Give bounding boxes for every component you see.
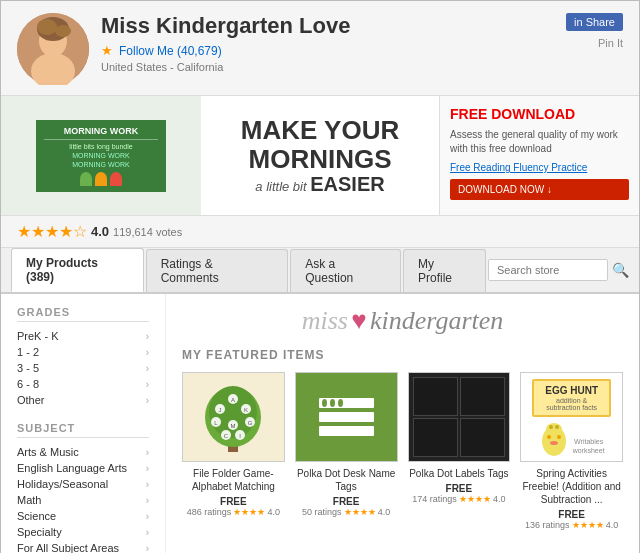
morning-work-sub: little bits long bundle [44, 143, 158, 150]
free-download-desc: Assess the general quality of my work wi… [450, 128, 629, 156]
sidebar-item-ela[interactable]: English Language Arts › [17, 460, 149, 476]
item-free-3: FREE [446, 483, 473, 494]
svg-point-5 [55, 25, 71, 37]
store-logo: miss ♥ kindergarten [182, 306, 623, 336]
egg-thumb: EGG HUNT addition & subtraction facts [521, 373, 622, 461]
subject-title: SUBJECT [17, 422, 149, 438]
item-ratings-2: 50 ratings ★★★★ 4.0 [302, 507, 390, 517]
sidebar-item-prek[interactable]: PreK - K › [17, 328, 149, 344]
sidebar-item-arts[interactable]: Arts & Music › [17, 444, 149, 460]
tagline-text: MAKE YOUR MORNINGS a little bit EASIER [241, 116, 399, 195]
sidebar-item-all-subjects[interactable]: For All Subject Areas › [17, 540, 149, 553]
stars-score: 4.0 [91, 224, 109, 239]
tab-my-profile[interactable]: My Profile [403, 249, 486, 292]
banner: MORNING WORK little bits long bundle MOR… [1, 96, 639, 216]
item-card-2[interactable]: Polka Dot Desk Name Tags FREE 50 ratings… [295, 372, 398, 530]
sidebar-section-subject: SUBJECT Arts & Music › English Language … [17, 422, 149, 553]
star-icon: ★ [101, 43, 113, 58]
chevron-right-icon: › [146, 447, 149, 458]
item-title-3: Polka Dot Labels Tags [409, 467, 508, 480]
chevron-right-icon: › [146, 495, 149, 506]
item-card-4[interactable]: EGG HUNT addition & subtraction facts [520, 372, 623, 530]
tagline-line2: MORNINGS [241, 145, 399, 174]
pin-it-button[interactable]: Pin It [598, 37, 623, 49]
item-title-4: Spring Activities Freebie! (Addition and… [520, 467, 623, 506]
item-thumb-4: EGG HUNT addition & subtraction facts [520, 372, 623, 462]
grades-title: GRADES [17, 306, 149, 322]
sidebar: GRADES PreK - K › 1 - 2 › 3 - 5 › 6 - 8 … [1, 294, 166, 553]
svg-point-29 [546, 423, 562, 435]
chevron-right-icon: › [146, 395, 149, 406]
svg-point-26 [547, 435, 551, 439]
tab-ratings[interactable]: Ratings & Comments [146, 249, 289, 292]
featured-title: MY FEATURED ITEMS [182, 348, 623, 362]
item-ratings-3: 174 ratings ★★★★ 4.0 [412, 494, 505, 504]
svg-point-4 [37, 19, 57, 35]
morning-work-repeat2: MORNING WORK [44, 161, 158, 168]
tagline-line1: MAKE YOUR [241, 116, 399, 145]
item-card-1[interactable]: A J K L M G [182, 372, 285, 530]
header-right: in Share Pin It [566, 13, 623, 49]
sidebar-item-math[interactable]: Math › [17, 492, 149, 508]
svg-text:K: K [244, 407, 248, 413]
sidebar-item-6-8[interactable]: 6 - 8 › [17, 376, 149, 392]
svg-text:G: G [248, 420, 253, 426]
tab-ask-question[interactable]: Ask a Question [290, 249, 401, 292]
svg-text:M: M [231, 423, 236, 429]
sidebar-item-other[interactable]: Other › [17, 392, 149, 408]
chevron-right-icon: › [146, 331, 149, 342]
chevron-right-icon: › [146, 543, 149, 554]
sidebar-item-holidays[interactable]: Holidays/Seasonal › [17, 476, 149, 492]
svg-point-28 [550, 441, 558, 445]
share-button[interactable]: in Share [566, 13, 623, 31]
tree-thumb: A J K L M G [183, 373, 284, 461]
sidebar-item-science[interactable]: Science › [17, 508, 149, 524]
item-ratings-1: 486 ratings ★★★★ 4.0 [187, 507, 280, 517]
item-free-4: FREE [558, 509, 585, 520]
labels-thumb [409, 373, 510, 461]
morning-work-box: MORNING WORK little bits long bundle MOR… [36, 120, 166, 192]
item-ratings-4: 136 ratings ★★★★ 4.0 [525, 520, 618, 530]
store-logo-heart: ♥ [351, 306, 366, 335]
header-location: United States - California [101, 61, 554, 73]
tab-my-products[interactable]: My Products (389) [11, 248, 144, 292]
free-download-link[interactable]: Free Reading Fluency Practice [450, 162, 629, 173]
svg-text:A: A [231, 397, 235, 403]
banner-free-download: FREE DOWNLOAD Assess the general quality… [439, 96, 639, 215]
svg-point-30 [549, 425, 553, 429]
item-thumb-2 [295, 372, 398, 462]
nav-search: 🔍 [488, 259, 629, 281]
banner-tagline: MAKE YOUR MORNINGS a little bit EASIER [201, 96, 439, 215]
item-thumb-3 [408, 372, 511, 462]
page-wrapper: Miss Kindergarten Love ★ Follow Me (40,6… [0, 0, 640, 553]
stars-display: ★★★★☆ [17, 222, 87, 241]
follow-text[interactable]: Follow Me (40,679) [119, 44, 222, 58]
search-input[interactable] [488, 259, 608, 281]
sidebar-item-1-2[interactable]: 1 - 2 › [17, 344, 149, 360]
sidebar-section-grades: GRADES PreK - K › 1 - 2 › 3 - 5 › 6 - 8 … [17, 306, 149, 408]
sidebar-item-specialty[interactable]: Specialty › [17, 524, 149, 540]
svg-point-27 [557, 435, 561, 439]
nav-tabs: My Products (389) Ratings & Comments Ask… [1, 248, 639, 294]
page-title: Miss Kindergarten Love [101, 13, 554, 39]
download-now-button[interactable]: DOWNLOAD NOW ↓ [450, 179, 629, 200]
chevron-right-icon: › [146, 363, 149, 374]
header: Miss Kindergarten Love ★ Follow Me (40,6… [1, 1, 639, 96]
item-title-2: Polka Dot Desk Name Tags [295, 467, 398, 493]
item-free-2: FREE [333, 496, 360, 507]
sidebar-item-3-5[interactable]: 3 - 5 › [17, 360, 149, 376]
store-logo-miss: miss [302, 306, 348, 335]
chevron-right-icon: › [146, 379, 149, 390]
morning-work-repeat1: MORNING WORK [44, 152, 158, 159]
item-title-1: File Folder Game- Alphabet Matching [182, 467, 285, 493]
item-card-3[interactable]: Polka Dot Labels Tags FREE 174 ratings ★… [408, 372, 511, 530]
svg-text:J: J [219, 407, 222, 413]
svg-point-31 [555, 425, 559, 429]
chevron-right-icon: › [146, 463, 149, 474]
tagline-line3: a little bit EASIER [241, 173, 399, 195]
stars-votes: 119,614 votes [113, 226, 182, 238]
svg-text:C: C [224, 433, 229, 439]
chevron-right-icon: › [146, 527, 149, 538]
search-icon[interactable]: 🔍 [612, 262, 629, 278]
chevron-right-icon: › [146, 511, 149, 522]
